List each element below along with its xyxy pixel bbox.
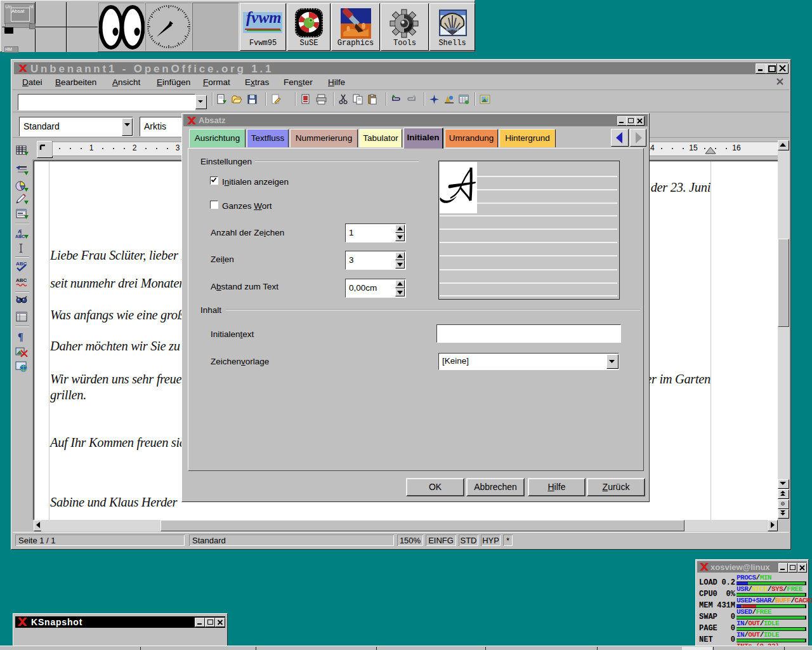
svg-text:ABC: ABC bbox=[16, 277, 27, 283]
svg-text:¶: ¶ bbox=[18, 331, 23, 342]
svg-text:ABC: ABC bbox=[15, 234, 25, 239]
